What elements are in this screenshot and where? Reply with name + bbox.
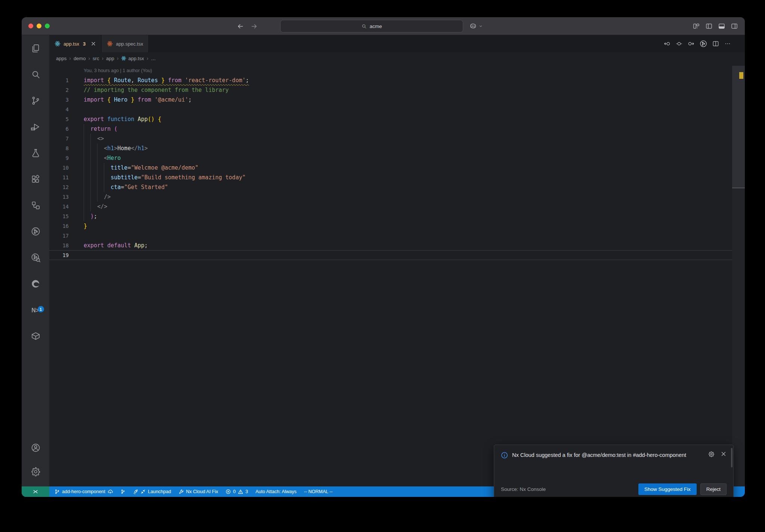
customize-layout[interactable] (693, 22, 700, 30)
notification-source: Source: Nx Console (501, 486, 546, 492)
status-item-git-branch[interactable]: add-hero-component (52, 486, 116, 497)
status-item-source-control-graph[interactable] (117, 486, 128, 497)
next-change[interactable] (687, 40, 695, 47)
close-window-button[interactable] (28, 24, 33, 28)
toggle-secondary-sidebar[interactable] (731, 22, 738, 30)
copilot-menu[interactable] (469, 17, 483, 35)
code-line-13[interactable]: 13 /> (49, 192, 745, 202)
indent-guide (84, 124, 84, 221)
maximize-window-button[interactable] (45, 24, 50, 28)
code-line-14[interactable]: 14 </> (49, 202, 745, 211)
breadcrumb-item[interactable]: app.tsx (121, 56, 144, 61)
line-number: 7 (49, 134, 69, 143)
activity-item-search[interactable] (22, 61, 49, 87)
nav-forward[interactable] (250, 22, 258, 30)
nav-back[interactable] (236, 22, 244, 30)
tab-close-icon[interactable] (91, 41, 96, 46)
breadcrumb-item[interactable]: … (151, 56, 156, 61)
activity-item-nx-console[interactable]: N>1 (22, 297, 49, 323)
split-editor[interactable] (712, 40, 719, 47)
tab-label: app.spec.tsx (116, 41, 143, 47)
breadcrumb[interactable]: apps›demo›src›app›app.tsx›… (49, 52, 745, 64)
activity-item-commit-search[interactable] (22, 244, 49, 270)
code-line-4[interactable]: 4 (49, 105, 745, 114)
copilot-icon[interactable] (469, 22, 477, 30)
remote-indicator[interactable] (22, 486, 49, 497)
line-number: 1 (49, 75, 69, 85)
activity-item-project-structure[interactable] (22, 192, 49, 218)
line-number: 13 (49, 192, 69, 202)
line-number: 3 (49, 95, 69, 105)
code-line-1[interactable]: 1import { Route, Routes } from 'react-ro… (49, 75, 745, 85)
tab-bar: app.tsx3 app.spec.tsx (49, 35, 745, 52)
wrench-icon (179, 489, 184, 494)
breadcrumb-item[interactable]: apps (56, 56, 66, 61)
code-line-18[interactable]: 18export default App; (49, 241, 745, 250)
previous-change[interactable] (663, 40, 671, 47)
toggle-primary-sidebar[interactable] (705, 22, 713, 30)
settings-gear-icon (31, 467, 41, 477)
remote-icon (32, 489, 38, 495)
reject-button[interactable]: Reject (700, 483, 727, 495)
code-line-19[interactable]: 19 (49, 250, 745, 260)
activity-item-source-control[interactable] (22, 87, 49, 114)
tab-app.spec.tsx[interactable]: app.spec.tsx (102, 35, 149, 52)
notification-settings-icon[interactable] (708, 451, 715, 457)
breadcrumb-item[interactable]: src (93, 56, 99, 61)
code-editor[interactable]: You, 3 hours ago | 1 author (You) 1impor… (49, 64, 745, 486)
code-line-7[interactable]: 7 <> (49, 134, 745, 143)
chevron-down-icon[interactable] (478, 24, 483, 28)
line-number: 10 (49, 163, 69, 173)
status-item-vim-mode[interactable]: -- NORMAL -- (301, 486, 336, 497)
show-suggested-fix-button[interactable]: Show Suggested Fix (638, 483, 697, 495)
activity-item-edge-tools[interactable] (22, 270, 49, 297)
code-line-10[interactable]: 10 title="Welcmoe @acme/demo" (49, 163, 745, 173)
breadcrumb-item[interactable]: demo (74, 56, 86, 61)
code-line-15[interactable]: 15 ); (49, 211, 745, 221)
activity-item-testing[interactable] (22, 140, 49, 166)
notification-close-icon[interactable] (721, 451, 727, 457)
view-git-graph[interactable] (699, 40, 707, 48)
line-number: 16 (49, 221, 69, 231)
activity-item-accounts[interactable] (22, 436, 49, 460)
code-line-6[interactable]: 6 return ( (49, 124, 745, 134)
code-line-9[interactable]: 9 <Hero (49, 153, 745, 163)
activity-item-settings[interactable] (22, 460, 49, 483)
tab-app.tsx[interactable]: app.tsx3 (49, 35, 102, 52)
scrollbar-thumb[interactable] (732, 66, 745, 188)
window-controls (28, 24, 50, 28)
more-actions[interactable] (724, 40, 731, 47)
activity-item-explorer[interactable] (22, 35, 49, 61)
status-item-nx-cloud-ai-fix[interactable]: Nx Cloud AI Fix (176, 486, 221, 497)
activity-bar: N>1 (22, 35, 49, 486)
breadcrumb-item[interactable]: app (106, 56, 114, 61)
activity-item-containers[interactable] (22, 323, 49, 349)
code-line-17[interactable]: 17 (49, 231, 745, 241)
code-line-16[interactable]: 16} (49, 221, 745, 231)
activity-item-git-graph[interactable] (22, 218, 49, 244)
code-line-3[interactable]: 3import { Hero } from '@acme/ui'; (49, 95, 745, 105)
toggle-panel[interactable] (718, 22, 725, 30)
git-graph-circle-icon (31, 226, 41, 236)
status-item-auto-attach[interactable]: Auto Attach: Always (253, 486, 300, 497)
activity-item-run-and-debug[interactable] (22, 114, 49, 140)
code-line-11[interactable]: 11 subtitle="Build something amazing tod… (49, 173, 745, 182)
line-number: 9 (49, 153, 69, 163)
line-number: 15 (49, 211, 69, 221)
status-item-launchpad[interactable]: Launchpad (130, 486, 174, 497)
code-line-8[interactable]: 8 <h1>Home</h1> (49, 143, 745, 153)
commit-graph-icon (120, 489, 126, 494)
activity-item-extensions[interactable] (22, 166, 49, 192)
command-center[interactable]: acme (280, 20, 463, 33)
code-line-5[interactable]: 5export function App() { (49, 114, 745, 124)
current-change[interactable] (675, 40, 683, 47)
status-item-problems[interactable]: 03 (223, 486, 251, 497)
status-text: 0 (233, 489, 236, 494)
layout-controls (693, 17, 738, 35)
title-bar: acme (22, 17, 745, 35)
code-line-12[interactable]: 12 cta="Get Started" (49, 182, 745, 192)
editor-scrollbar[interactable] (732, 66, 745, 486)
code-line-2[interactable]: 2// importing the component from the lib… (49, 85, 745, 95)
minimize-window-button[interactable] (37, 24, 41, 28)
extensions-icon (31, 174, 41, 184)
